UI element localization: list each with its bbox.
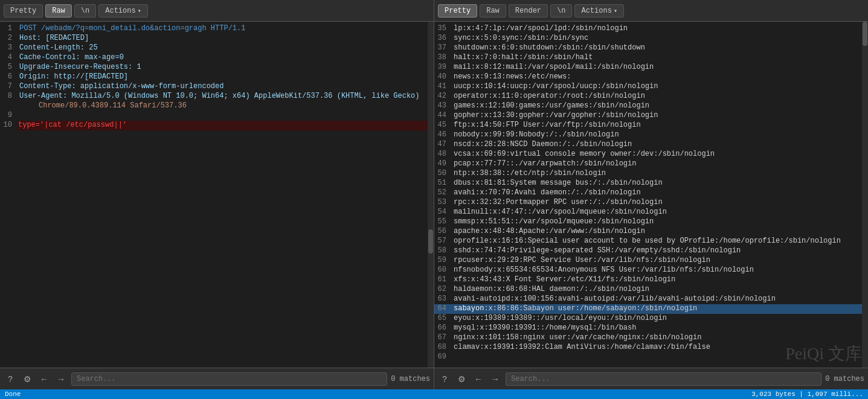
line-number: 66 <box>434 324 451 333</box>
line-number: 50 <box>434 169 451 179</box>
line-number: 53 <box>434 198 451 208</box>
line-number: 56 <box>434 227 451 237</box>
table-row: 55smmsp:x:51:51::/var/spool/mqueue:/sbin… <box>434 217 868 227</box>
table-row: 40news:x:9:13:news:/etc/news: <box>434 72 868 82</box>
table-row: 1POST /webadm/?q=moni_detail.do&action=g… <box>0 24 434 34</box>
line-number: 61 <box>434 275 451 285</box>
left-help-button[interactable]: ? <box>4 372 17 386</box>
line-content: rpcuser:x:29:29:RPC Service User:/var/li… <box>451 256 868 266</box>
left-prev-button[interactable]: ← <box>37 372 51 386</box>
line-number: 7 <box>0 82 17 92</box>
left-search-input[interactable] <box>71 372 387 386</box>
line-number: 40 <box>434 72 451 82</box>
table-row: 51dbus:x:81:81:System message bus:/:./sb… <box>434 179 868 188</box>
right-tab-pretty[interactable]: Pretty <box>438 4 477 18</box>
line-number: 51 <box>434 179 451 188</box>
table-row: 67nginx:x:101:158:nginx user:/var/cache/… <box>434 333 868 343</box>
left-toolbar: Pretty Raw \n Actions ▾ <box>0 0 434 22</box>
table-row: 54mailnull:x:47:47::/var/spool/mqueue:/s… <box>434 208 868 217</box>
line-content: clamav:x:19391:19392:Clam AntiVirus:/hom… <box>451 343 868 353</box>
line-content: nfsnobody:x:65534:65534:Anonymous NFS Us… <box>451 266 868 275</box>
right-tab-render[interactable]: Render <box>509 4 548 18</box>
table-row: 69 <box>434 353 868 362</box>
right-scrollbar[interactable] <box>862 22 868 368</box>
line-content: gopher:x:13:30:gopher:/var/gopher:/sbin/… <box>451 111 868 121</box>
table-row: 9 <box>0 111 434 121</box>
line-number: 35 <box>434 24 451 34</box>
table-row: 49pcap:x:77:77::./var/arpwatch:/sbin/nol… <box>434 159 868 169</box>
line-number: 2 <box>0 34 17 43</box>
line-number: 57 <box>434 237 451 246</box>
line-content: dbus:x:81:81:System message bus:/:./sbin… <box>451 179 868 188</box>
left-tab-pretty[interactable]: Pretty <box>4 4 43 18</box>
line-content: halt:x:7:0:halt:/sbin:/sbin/halt <box>451 53 868 63</box>
left-scrollbar[interactable] <box>428 22 434 368</box>
left-settings-button[interactable]: ⚙ <box>21 372 34 386</box>
table-row: 5Upgrade-Insecure-Requests: 1 <box>0 63 434 72</box>
table-row: 8User-Agent: Mozilla/5.0 (Windows NT 10.… <box>0 92 434 101</box>
right-prev-button[interactable]: ← <box>472 372 485 386</box>
right-next-button[interactable]: → <box>489 372 502 386</box>
line-number: 63 <box>434 295 451 304</box>
line-number: 10 <box>0 121 17 130</box>
line-number: 4 <box>0 53 17 63</box>
right-code-area: 35lp:x:4:7:lp:/var/spool/lpd:/sbin/nolog… <box>434 22 868 368</box>
line-content: operator:x:11:0:operator:/root:/sbin/nol… <box>451 92 868 101</box>
line-content: nobody:x:99:99:Nobody:/:./sbin/nologin <box>451 130 868 140</box>
line-content: apache:x:48:48:Apache:/var/www:/sbin/nol… <box>451 227 868 237</box>
line-number: 54 <box>434 208 451 217</box>
line-content: mysql:x:19390:19391::/home/mysql:/bin/ba… <box>451 324 868 333</box>
line-content: Cache-Control: max-age=0 <box>17 53 434 63</box>
line-content: games:x:12:100:games:/usr/games:/sbin/no… <box>451 101 868 111</box>
right-search-input[interactable] <box>506 372 821 386</box>
right-settings-button[interactable]: ⚙ <box>455 372 468 386</box>
left-tab-newline[interactable]: \n <box>74 4 96 18</box>
right-tab-newline[interactable]: \n <box>550 4 572 18</box>
right-matches-count: 0 matches <box>825 375 864 383</box>
line-content: Host: [REDACTED] <box>17 34 434 43</box>
line-content: haldaemon:x:68:68:HAL daemon:/:./sbin/no… <box>451 285 868 295</box>
status-left: Done <box>5 391 21 398</box>
line-content: ntp:x:38:38::/etc/ntp:/sbin/nologin <box>451 169 868 179</box>
line-content: type='|cat /etc/passwd||' <box>17 121 434 130</box>
line-content: mail:x:8:12:mail:/var/spool/mail:/sbin/n… <box>451 63 868 72</box>
line-number: 1 <box>0 24 17 34</box>
line-number: 48 <box>434 150 451 159</box>
line-number: 65 <box>434 314 451 324</box>
line-number: 46 <box>434 130 451 140</box>
table-row: 68clamav:x:19391:19392:Clam AntiVirus:/h… <box>434 343 868 353</box>
right-help-button[interactable]: ? <box>438 372 451 386</box>
line-number: 44 <box>434 111 451 121</box>
left-code-area: 1POST /webadm/?q=moni_detail.do&action=g… <box>0 22 434 368</box>
left-actions-button[interactable]: Actions ▾ <box>98 4 147 18</box>
line-number: 68 <box>434 343 451 353</box>
table-row: 62haldaemon:x:68:68:HAL daemon:/:./sbin/… <box>434 285 868 295</box>
line-number: 5 <box>0 63 17 72</box>
line-content: oprofile:x:16:16:Special user account to… <box>451 237 868 246</box>
line-content: smmsp:x:51:51::/var/spool/mqueue:/sbin/n… <box>451 217 868 227</box>
table-row: 57oprofile:x:16:16:Special user account … <box>434 237 868 246</box>
table-row: 42operator:x:11:0:operator:/root:/sbin/n… <box>434 92 868 101</box>
line-content: POST /webadm/?q=moni_detail.do&action=gr… <box>17 24 434 34</box>
table-row: 38halt:x:7:0:halt:/sbin:/sbin/halt <box>434 53 868 63</box>
line-number: 36 <box>434 34 451 43</box>
line-number: 58 <box>434 246 451 256</box>
line-content: sshd:x:74:74:Privilege-separated SSH:/va… <box>451 246 868 256</box>
table-row: 35lp:x:4:7:lp:/var/spool/lpd:/sbin/nolog… <box>434 24 868 34</box>
table-row: 50ntp:x:38:38::/etc/ntp:/sbin/nologin <box>434 169 868 179</box>
left-tab-raw[interactable]: Raw <box>45 4 72 18</box>
table-row: 48vcsa:x:69:69:virtual console memory ow… <box>434 150 868 159</box>
table-row: 59rpcuser:x:29:29:RPC Service User:/var/… <box>434 256 868 266</box>
table-row: 52avahi:x:70:70:Avahi daemon:/:./sbin/no… <box>434 188 868 198</box>
line-number: 59 <box>434 256 451 266</box>
line-number: 49 <box>434 159 451 169</box>
table-row: 43games:x:12:100:games:/usr/games:/sbin/… <box>434 101 868 111</box>
line-number: 64 <box>434 304 451 314</box>
right-actions-button[interactable]: Actions ▾ <box>574 4 623 18</box>
table-row: 60nfsnobody:x:65534:65534:Anonymous NFS … <box>434 266 868 275</box>
line-content: User-Agent: Mozilla/5.0 (Windows NT 10.0… <box>17 92 434 101</box>
right-tab-raw[interactable]: Raw <box>480 4 506 18</box>
left-next-button[interactable]: → <box>54 372 68 386</box>
line-content <box>451 353 868 362</box>
line-content: Origin: http://[REDACTED] <box>17 72 434 82</box>
